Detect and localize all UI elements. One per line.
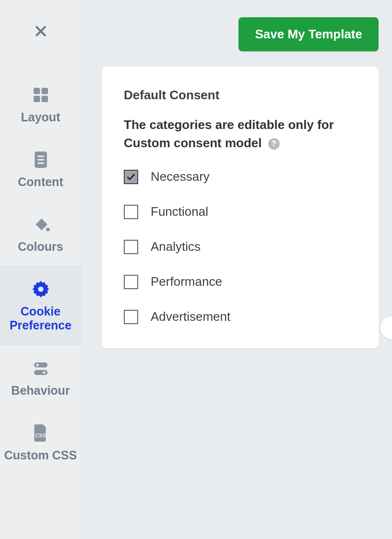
consent-row-performance: Performance [124,274,356,289]
sidebar: Layout Content Colours [0,0,82,539]
consent-row-necessary: Necessary [124,169,356,184]
svg-rect-4 [34,96,40,102]
checkbox-performance[interactable] [124,275,138,289]
sidebar-item-cookie-preference[interactable]: Cookie Preference [0,266,81,345]
help-icon[interactable]: ? [268,138,280,150]
default-consent-panel: Default Consent The categories are edita… [102,67,379,348]
grid-icon [30,84,51,105]
document-icon [30,149,51,170]
svg-rect-12 [34,363,48,368]
consent-row-functional: Functional [124,204,356,219]
consent-row-analytics: Analytics [124,239,356,254]
svg-point-11 [38,287,43,292]
sidebar-item-colours[interactable]: Colours [0,201,81,266]
paint-bucket-icon [30,214,51,235]
sidebar-item-custom-css[interactable]: CSS Custom CSS [0,410,81,475]
consent-label: Advertisement [151,309,230,324]
css-file-icon: CSS [30,422,51,444]
checkbox-analytics[interactable] [124,240,138,254]
checkbox-advertisement[interactable] [124,310,138,324]
toggles-icon [30,358,51,379]
consent-label: Performance [151,274,222,289]
sidebar-item-label: Cookie Preference [4,305,77,332]
svg-text:CSS: CSS [35,433,47,438]
svg-rect-7 [37,155,44,157]
sidebar-item-behaviour[interactable]: Behaviour [0,345,81,410]
panel-title: Default Consent [124,88,356,103]
check-icon [126,172,136,182]
main-content: Save My Template Default Consent The cat… [82,0,392,539]
svg-rect-5 [41,96,48,102]
panel-subtitle-text: The categories are editable only for Cus… [124,117,334,150]
sidebar-item-label: Content [18,175,63,189]
gear-icon [30,279,51,300]
svg-point-13 [36,363,38,366]
svg-point-10 [46,227,50,231]
consent-label: Functional [151,204,208,219]
app-root: Layout Content Colours [0,0,392,539]
checkbox-functional[interactable] [124,205,138,219]
panel-subtitle: The categories are editable only for Cus… [124,116,356,152]
consent-label: Necessary [151,169,210,184]
close-icon [34,24,48,38]
svg-rect-8 [37,159,44,160]
sidebar-item-content[interactable]: Content [0,137,81,201]
consent-category-list: Necessary Functional Analytics Performan… [124,169,356,324]
svg-point-15 [43,371,45,374]
sidebar-item-label: Behaviour [11,384,70,398]
save-template-button[interactable]: Save My Template [238,17,379,51]
consent-label: Analytics [151,239,201,254]
sidebar-item-label: Colours [18,240,63,254]
sidebar-item-label: Layout [21,110,60,124]
sidebar-item-layout[interactable]: Layout [0,72,81,137]
checkbox-necessary[interactable] [124,170,138,184]
svg-rect-14 [34,370,48,375]
svg-rect-3 [41,88,48,94]
svg-rect-9 [37,162,44,164]
top-actions: Save My Template [102,17,379,51]
sidebar-item-label: Custom CSS [4,448,77,462]
consent-row-advertisement: Advertisement [124,309,356,324]
close-button[interactable] [0,24,81,38]
svg-rect-2 [34,88,40,94]
